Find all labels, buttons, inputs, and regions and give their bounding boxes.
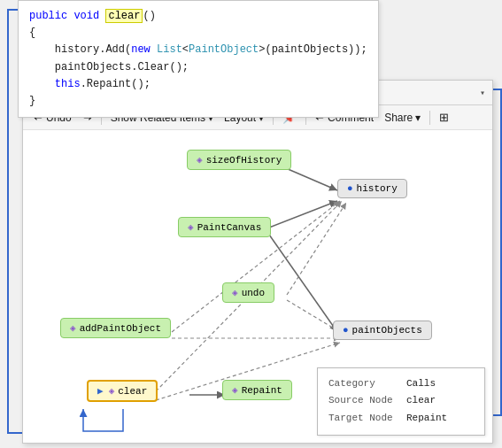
node-PaintCanvas-icon: ◈: [188, 221, 194, 233]
fit-icon: ⊞: [439, 111, 449, 124]
share-dropdown-icon: ▾: [415, 112, 421, 124]
svg-line-3: [287, 203, 346, 295]
node-addPaintObject-icon: ◈: [70, 322, 76, 334]
node-addPaintObject-label: addPaintObject: [80, 323, 161, 334]
node-clear-icon: ◈: [109, 385, 115, 397]
toolbar-separator-4: [429, 111, 430, 125]
node-paintObjects[interactable]: ● paintObjects: [333, 321, 432, 340]
node-clear-label: clear: [118, 386, 147, 397]
node-undo-icon: ◈: [232, 287, 238, 298]
tooltip-source-value: clear: [406, 392, 436, 410]
node-paintObjects-icon: ●: [343, 325, 349, 336]
code-line-2: {: [29, 25, 367, 42]
node-undo[interactable]: ◈ undo: [222, 282, 274, 303]
fit-button[interactable]: ⊞: [436, 109, 452, 126]
share-label: Share: [384, 112, 413, 124]
code-line-5: this.Repaint();: [29, 76, 367, 93]
node-Repaint[interactable]: ◈ Repaint: [222, 380, 292, 400]
node-sizeOfHistory-icon: ◈: [197, 154, 203, 166]
code-map-window: ⊞ CodeMap1.dgml* 📌 ✕ ▾ ↩ Undo ↪ Show Rel…: [22, 80, 493, 444]
tooltip-category-value: Calls: [406, 375, 436, 393]
keyword-void: void: [73, 10, 105, 22]
node-PaintCanvas-label: PaintCanvas: [197, 222, 262, 233]
node-sizeOfHistory[interactable]: ◈ sizeOfHistory: [187, 150, 291, 170]
node-history[interactable]: ● history: [337, 179, 407, 198]
svg-line-4: [287, 300, 340, 332]
code-snippet: public void clear() { history.Add(new Li…: [18, 0, 379, 118]
keyword-public: public: [29, 10, 73, 22]
node-Repaint-icon: ◈: [232, 384, 238, 396]
tooltip-box: Category Calls Source Node clear Target …: [317, 367, 485, 436]
canvas-area[interactable]: ◈ sizeOfHistory ● history ◈ PaintCanvas …: [23, 130, 492, 443]
code-parens: (): [143, 10, 155, 22]
tooltip-target-value: Repaint: [406, 410, 447, 428]
tooltip-source-row: Source Node clear: [328, 392, 474, 410]
svg-line-1: [269, 201, 337, 228]
tooltip-category-row: Category Calls: [328, 375, 474, 393]
tooltip-target-label: Target Node: [328, 410, 399, 428]
code-line-1: public void clear(): [29, 8, 367, 25]
method-name-clear: clear: [105, 9, 143, 23]
node-paintObjects-label: paintObjects: [352, 325, 422, 336]
node-PaintCanvas[interactable]: ◈ PaintCanvas: [178, 217, 271, 237]
node-Repaint-label: Repaint: [242, 385, 282, 396]
tooltip-category-label: Category: [328, 375, 399, 393]
node-history-icon: ●: [347, 183, 353, 194]
window-dropdown-icon[interactable]: ▾: [480, 88, 485, 98]
node-undo-label: undo: [242, 288, 265, 298]
code-line-6: }: [29, 93, 367, 110]
tooltip-target-row: Target Node Repaint: [328, 410, 474, 428]
tooltip-source-label: Source Node: [328, 392, 399, 410]
node-addPaintObject[interactable]: ◈ addPaintObject: [60, 318, 171, 338]
share-button[interactable]: Share ▾: [381, 110, 424, 126]
svg-line-2: [269, 235, 337, 332]
node-history-label: history: [357, 183, 398, 194]
node-clear-bullet: ▶: [97, 385, 104, 397]
code-line-3: history.Add(new List<PaintObject>(paintO…: [29, 42, 367, 58]
code-line-4: paintObjects.Clear();: [29, 59, 367, 76]
node-clear[interactable]: ▶ ◈ clear: [87, 380, 158, 402]
node-sizeOfHistory-label: sizeOfHistory: [206, 155, 282, 166]
